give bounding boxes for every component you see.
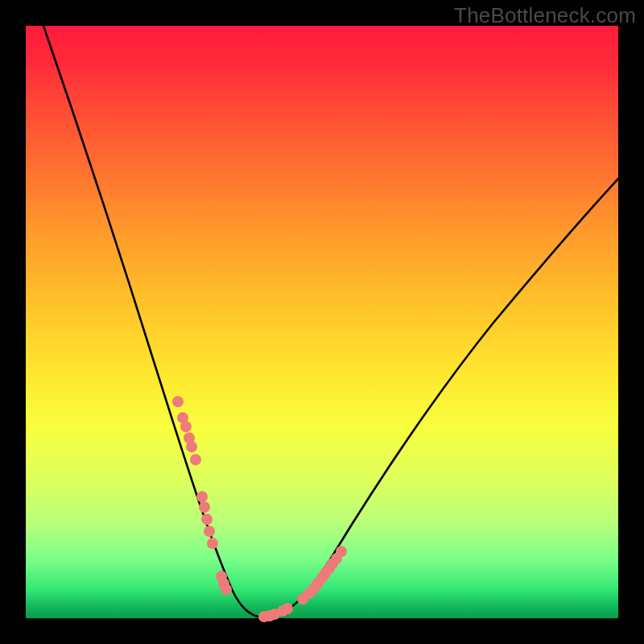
chart-svg [26, 26, 618, 618]
plot-area [26, 26, 618, 618]
bottleneck-curve [43, 26, 618, 617]
chart-frame: TheBottleneck.com [0, 0, 644, 644]
svg-point-2 [180, 421, 192, 432]
svg-point-6 [196, 491, 208, 502]
highlight-dots-right [258, 546, 347, 622]
svg-point-28 [336, 546, 347, 557]
svg-point-5 [190, 454, 201, 465]
svg-point-0 [172, 396, 184, 407]
svg-point-7 [199, 502, 210, 513]
svg-point-9 [204, 526, 215, 537]
svg-point-4 [186, 441, 197, 452]
svg-point-8 [201, 514, 213, 525]
svg-point-13 [221, 584, 232, 595]
svg-point-10 [207, 538, 218, 549]
svg-point-18 [282, 603, 293, 614]
watermark-text: TheBottleneck.com [454, 3, 636, 28]
